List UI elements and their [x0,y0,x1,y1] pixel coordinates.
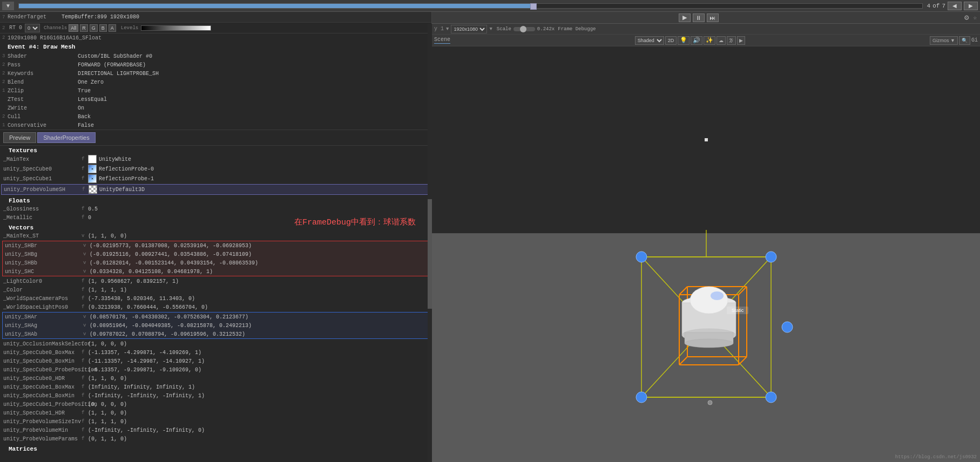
svg-point-11 [766,392,776,403]
scene-3d-area: Static [432,234,980,463]
property-row-pass: 2 Pass FORWARD (FORWARDBASE) [0,60,431,69]
channel-all-btn[interactable]: All [69,24,78,32]
nav-right-btn[interactable]: ▶ [964,2,978,10]
scene-controls-bar: Scene Shaded 2D 💡 🔊 ✨ ☁ 🌫 ▶ Gizmos ▼ 🔍 G… [432,35,980,46]
resolution-dropdown[interactable]: 1920x1080 [451,25,487,33]
search-scene-btn[interactable]: 🔍 [959,36,970,45]
skybox-btn[interactable]: ☁ [717,36,726,45]
audio-btn[interactable]: 🔊 [691,36,702,45]
property-row-blend: 2 Blend One Zero [0,78,431,86]
shader-properties-panel: Textures _MainTex f UnityWhite unity_Spe… [0,146,431,462]
svg-point-9 [766,252,776,262]
page-total: 7 [942,3,945,9]
channel-r-btn[interactable]: R [80,24,88,32]
vector-row-shbg: unity_SHBg v (-0.01925116, 0.00927441, 0… [3,250,429,259]
texture-row-speccube1: unity_SpecCube1 f ✕ ReflectionProbe-1 [0,174,431,184]
vector-row-speccube1-hdr: unity_SpecCube1_HDR f (1, 1, 0, 0) [0,409,431,417]
preview-tab[interactable]: Preview [3,132,36,143]
maintex-thumb [88,155,97,164]
vector-row-worldcamerapos: _WorldSpaceCameraPos f (-7.335438, 5.020… [0,294,431,303]
svg-line-15 [679,287,687,295]
svg-point-24 [685,339,733,348]
property-row-ztest: ZTest LessEqual [0,95,431,104]
texture-row-speccube0: unity_SpecCube0 f ✕ ReflectionProbe-0 [0,164,431,174]
property-row-keywords: 2 Keywords DIRECTIONAL LIGHTPROBE_SH [0,69,431,78]
scene-tab-bar: y 1 ▼ 1920x1080 ▼ Scale 0.242x Frame Deb… [432,24,980,35]
vector-row-shag: unity_SHAg v (0.08951964, -0.004049385, … [3,321,429,330]
rt-num: 2 [2,25,8,31]
settings-icon[interactable]: ⚙ [964,13,969,22]
levels-label: Levels [121,25,138,31]
render-target-label: RenderTarget [8,14,62,20]
vector-row-speccube0-boxmax: unity_SpecCube0_BoxMax f (-1.13357, -4.2… [0,348,431,357]
vector-row-speccube1-probepos: unity_SpecCube1_ProbePosition f (0, 0, 0… [0,400,431,409]
unity-toolbar: ▶ ⏸ ⏭ ⚙ ☆ [432,12,980,24]
shader-properties-tab[interactable]: ShaderProperties [37,132,96,143]
channel-g-btn[interactable]: G [90,24,98,32]
vector-row-speccube1-boxmin: unity_SpecCube1_BoxMin f (-Infinity, -In… [0,391,431,400]
scale-slider[interactable] [513,27,535,31]
vector-row-occlusionmask: unity_OcclusionMaskSelector f (1, 0, 0, … [0,339,431,348]
event-label: Event #4: Draw Mesh [8,44,75,50]
anim-btn[interactable]: ▶ [737,36,745,45]
fog-btn[interactable]: 🌫 [727,36,736,45]
2d-btn[interactable]: 2D [665,36,677,45]
property-row-zclip: 1 ZClip True [0,86,431,95]
rt-dropdown[interactable]: 0 [25,24,40,32]
light-btn[interactable]: 💡 [678,36,690,45]
vector-row-shab: unity_SHAb v (0.09787022, 0.07088794, -0… [3,330,429,338]
vector-row-probevolumesize: unity_ProbeVolumeSizeInv f (1, 1, 1, 0) [0,417,431,426]
dropdown-btn[interactable]: ▼ [2,2,14,10]
textures-header: Textures [0,146,431,154]
vector-row-speccube0-hdr: unity_SpecCube0_HDR f (1, 1, 0, 0) [0,374,431,383]
vector-row-speccube0-boxmin: unity_SpecCube0_BoxMin f (-11.13357, -14… [0,357,431,365]
property-row-cull: 2 Cull Back [0,112,431,121]
property-rows: 3 Shader Custom/IBL SubShader #0 2 Pass … [0,52,431,130]
scene-viewport: Static https://blog.csdn.net/js0932 [432,46,980,462]
camera-viewport [432,46,980,234]
rt-info: 1920x1080 R16G16B16A16_SFloat [8,35,102,41]
svg-point-12 [782,322,793,332]
svg-line-17 [679,357,687,365]
speccube1-thumb: ✕ [88,174,97,183]
scroll-thumb[interactable] [428,199,432,309]
vector-row-shbr: unity_SHBr v (-0.02195773, 0.01387008, 0… [3,241,429,250]
shading-dropdown[interactable]: Shaded [635,36,664,45]
scene-tab[interactable]: Scene [434,37,450,44]
levels-bar[interactable] [141,25,211,31]
fx-btn[interactable]: ✨ [704,36,715,45]
svg-line-18 [739,357,747,365]
watermark: https://blog.csdn.net/js0932 [895,454,977,460]
vector-row-worldlightpos0: _WorldSpaceLightPos0 f (0.3213938, 0.766… [0,303,431,311]
top-nav-bar: ▼ 4 of 7 ◀ ▶ [0,0,980,12]
render-target-num: 7 [2,15,8,20]
vector-row-probevolumeparams: unity_ProbeVolumeParams f (0, 1, 1, 0) [0,434,431,443]
floats-header: Floats [0,196,431,205]
gizmos-btn[interactable]: Gizmos ▼ [930,36,958,45]
channel-a-btn[interactable]: A [109,24,116,32]
texture-row-maintex: _MainTex f UnityWhite [0,154,431,164]
progress-thumb [530,3,537,10]
scroll-track[interactable] [428,24,432,462]
svg-point-8 [636,252,647,262]
vector-row-speccube0-probepos: unity_SpecCube0_ProbePosition f (-6.1335… [0,365,431,374]
vector-row-maintex-st: _MainTex_ST v (1, 1, 0, 0) [0,232,431,240]
property-row-zwrite: ZWrite On [0,104,431,112]
vector-row-lightcolor0: _LightColor0 f (1, 0.9568627, 0.8392157,… [0,277,431,286]
sh-a-group: unity_SHAr v (0.08570178, -0.04330302, -… [2,312,429,339]
vector-row-probevolumemin: unity_ProbeVolumeMin f (-Infinity, -Infi… [0,426,431,434]
rt-label: RT 0 [9,25,22,31]
step-btn[interactable]: ⏭ [707,13,719,22]
pause-btn[interactable]: ⏸ [693,13,705,22]
play-btn[interactable]: ▶ [679,13,691,22]
svg-text:Static: Static [731,308,744,313]
matrices-header: Matrices [0,444,431,453]
render-target-value: TempBuffer:899 1920x1080 [62,14,139,20]
speccube0-thumb: ✕ [88,165,97,173]
vector-row-speccube1-boxmax: unity_SpecCube1_BoxMax f (Infinity, Infi… [0,383,431,391]
progress-bar[interactable] [18,3,923,9]
page-of: of [932,3,940,9]
probevolumesh-thumb [89,185,97,194]
channel-b-btn[interactable]: B [99,24,107,32]
nav-left-btn[interactable]: ◀ [948,2,962,10]
